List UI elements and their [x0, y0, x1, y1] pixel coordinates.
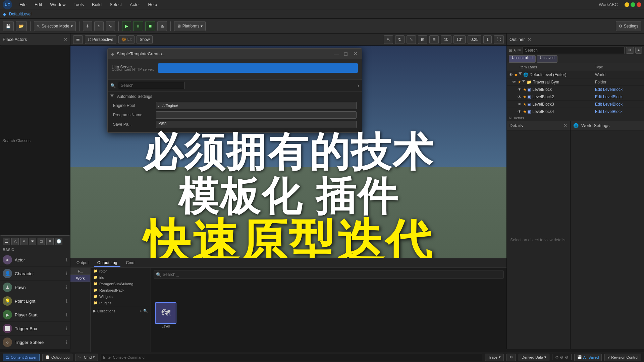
- volumes-filter[interactable]: □: [38, 238, 45, 245]
- output-log-status-btn[interactable]: 📋 Output Log: [42, 354, 72, 361]
- programs-name-input[interactable]: [156, 111, 357, 119]
- rotate-tool[interactable]: ↻: [94, 21, 104, 31]
- actor-item-pawn[interactable]: ♟ Pawn ℹ: [0, 281, 70, 294]
- vp-rotate-btn[interactable]: ↻: [395, 35, 405, 44]
- folder-plugins[interactable]: 📁Plugins: [91, 300, 151, 306]
- vp-scale-value[interactable]: 0.25: [468, 35, 481, 44]
- open-btn[interactable]: 📂: [16, 21, 27, 31]
- asset-search-input[interactable]: [163, 272, 501, 277]
- dialog-section-header[interactable]: Automated Settings: [110, 94, 359, 100]
- content-drawer-btn[interactable]: 🗂 Content Drawer: [3, 354, 40, 361]
- outliner-item-levelblock3[interactable]: 👁 ★ ▣ LevelBlock3 Edit LevelBlock: [507, 101, 644, 108]
- derived-data-label-btn[interactable]: Derived Data ▾: [519, 354, 549, 361]
- outliner-item-traversalgym[interactable]: 👁 ★ 📁 Traversal Gym Folder: [507, 78, 644, 86]
- content-tab-work[interactable]: Work: [70, 275, 90, 282]
- outliner-add-btn[interactable]: +: [635, 47, 642, 54]
- asset-item-level[interactable]: 🗺 Level: [154, 302, 178, 328]
- vp-transform-btn[interactable]: ↖: [384, 35, 393, 44]
- place-actors-close[interactable]: ✕: [64, 37, 67, 42]
- trace-btn[interactable]: Trace ▾: [485, 354, 504, 361]
- details-close-btn[interactable]: ✕: [564, 123, 567, 128]
- outliner-item-levelblock1[interactable]: 👁 ★ ▣ LevelBlock Edit LevelBlock: [507, 86, 644, 93]
- pause-btn[interactable]: ⏸: [133, 21, 143, 31]
- outliner-item-levelblock4[interactable]: 👁 ★ ▣ LevelBlock4 Edit LevelBlock: [507, 108, 644, 115]
- folder-iris[interactable]: 📁iris: [91, 274, 151, 281]
- outliner-item-levelblock2[interactable]: 👁 ★ ▣ LevelBlock2 Edit LevelBlock: [507, 93, 644, 101]
- menu-tools[interactable]: Tools: [70, 1, 87, 8]
- vp-scale-btn[interactable]: ⤡: [407, 35, 416, 44]
- menu-edit[interactable]: Edit: [31, 1, 45, 8]
- vp-grid-btn[interactable]: ⊞: [429, 35, 439, 44]
- filter-uncontrolled-btn[interactable]: Uncontrolled: [509, 55, 536, 63]
- menu-build[interactable]: Build: [89, 1, 105, 8]
- settings-btn[interactable]: ⚙ Settings: [616, 21, 641, 31]
- actor-info-actor[interactable]: ℹ: [66, 257, 67, 262]
- folder-rainforest[interactable]: 📁RainforestPack: [91, 287, 151, 293]
- move-tool[interactable]: ✛: [83, 21, 92, 31]
- search-classes-input[interactable]: [0, 46, 70, 236]
- dialog-close-btn[interactable]: ✕: [352, 51, 359, 57]
- vp-fullscreen-btn[interactable]: ⛶: [494, 35, 504, 44]
- perspective-btn[interactable]: ⬡ Perspective: [85, 35, 116, 44]
- lit-btn[interactable]: 🔆 Lit: [118, 35, 135, 44]
- actor-item-trigger-sphere[interactable]: ○ Trigger Sphere ℹ: [0, 336, 70, 349]
- shapes-filter[interactable]: △: [11, 238, 19, 245]
- actor-item-player-start[interactable]: ▶ Player Start ℹ: [0, 308, 70, 322]
- cmd-status-btn[interactable]: >_ Cmd ▾: [75, 354, 98, 361]
- outliner-close-btn[interactable]: ✕: [528, 37, 531, 42]
- stop-btn[interactable]: ⏹: [145, 21, 155, 31]
- save-btn[interactable]: 💾: [3, 21, 14, 31]
- content-tab-f[interactable]: F...: [70, 268, 90, 275]
- folder-rotor[interactable]: 📁rotor: [91, 268, 151, 274]
- actor-info-trigger-sphere[interactable]: ℹ: [66, 340, 67, 345]
- dialog-restore-btn[interactable]: □: [342, 51, 349, 57]
- menu-help[interactable]: Help: [145, 1, 160, 8]
- platforms-btn[interactable]: 🖥 Platforms ▾: [174, 21, 206, 31]
- menu-file[interactable]: File: [16, 1, 30, 8]
- cmd-tab[interactable]: Cmd: [122, 259, 138, 267]
- window-minimize[interactable]: [625, 2, 629, 7]
- dialog-minimize-btn[interactable]: —: [333, 51, 340, 57]
- folder-paragon[interactable]: 📁ParagonSunWukong: [91, 281, 151, 287]
- add-collection-icon[interactable]: +: [140, 309, 142, 313]
- window-maximize[interactable]: [631, 2, 635, 7]
- derived-data-btn[interactable]: ⚙: [506, 354, 516, 361]
- visual-filter[interactable]: 👁: [29, 238, 36, 245]
- console-input[interactable]: [101, 354, 482, 361]
- menu-select[interactable]: Select: [106, 1, 125, 8]
- window-close[interactable]: [637, 2, 641, 7]
- vp-snap-btn[interactable]: ⊞: [418, 35, 427, 44]
- output-tab[interactable]: Output: [73, 259, 92, 267]
- vp-snap-value[interactable]: 1: [483, 35, 492, 44]
- all-saved-btn[interactable]: 💾 All Saved: [574, 354, 602, 361]
- recently-placed-filter[interactable]: 🕐: [55, 238, 62, 245]
- engine-root-value[interactable]: / . / /Engine/: [156, 102, 357, 109]
- play-btn[interactable]: ▶: [122, 21, 131, 31]
- basic-filter[interactable]: ☰: [3, 238, 10, 245]
- outliner-item-defaultlevel[interactable]: 👁 ★ 🌐 DefaultLevel (Editor) World: [507, 71, 644, 78]
- vp-angle-value[interactable]: 10°: [453, 35, 466, 44]
- http-server-input[interactable]: [158, 63, 358, 73]
- menu-actor[interactable]: Actor: [126, 1, 143, 8]
- selection-mode-btn[interactable]: ↖ Selection Mode ▾: [34, 21, 76, 31]
- actor-item-character[interactable]: 👤 Character ℹ: [0, 267, 70, 281]
- search-collection-icon[interactable]: 🔍: [143, 309, 148, 313]
- actor-info-player-start[interactable]: ℹ: [66, 312, 67, 317]
- dialog-expand-icon[interactable]: ›: [357, 82, 359, 89]
- menu-window[interactable]: Window: [47, 1, 69, 8]
- actor-info-pawn[interactable]: ℹ: [66, 285, 67, 290]
- viewport-menu-btn[interactable]: ☰: [73, 35, 83, 44]
- outliner-search-input[interactable]: [523, 47, 625, 54]
- eject-btn[interactable]: ⏏: [157, 21, 167, 31]
- output-log-tab[interactable]: Output Log: [94, 259, 120, 267]
- lights-filter[interactable]: ☀: [20, 238, 28, 245]
- actor-info-trigger-box[interactable]: ℹ: [66, 326, 67, 331]
- actor-item-trigger-box[interactable]: ⬜ Trigger Box ℹ: [0, 322, 70, 336]
- collections-section[interactable]: ▶ Collections + 🔍: [91, 308, 151, 314]
- folder-widgets[interactable]: 📁Widgets: [91, 293, 151, 300]
- actor-item-point-light[interactable]: 💡 Point Light ℹ: [0, 294, 70, 308]
- revision-control-btn[interactable]: ⑂ Revision Control: [604, 354, 641, 361]
- scale-tool[interactable]: ⤡: [106, 21, 115, 31]
- outliner-settings-btn[interactable]: ⚙: [626, 47, 634, 54]
- vp-grid-value[interactable]: 10: [441, 35, 451, 44]
